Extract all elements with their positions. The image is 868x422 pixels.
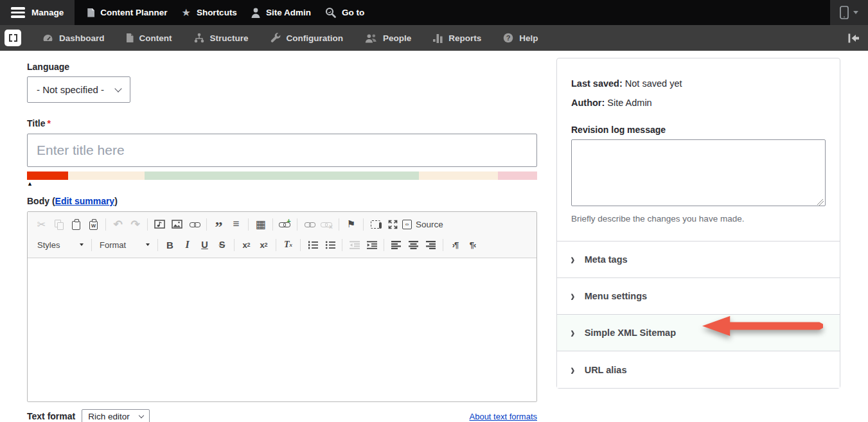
undo-icon[interactable]: ↶ bbox=[110, 216, 126, 233]
remove-format-icon[interactable]: Tx bbox=[280, 237, 296, 253]
align-left-icon[interactable] bbox=[388, 237, 404, 253]
table-icon[interactable]: ▦ bbox=[252, 216, 269, 233]
menu-item-content[interactable]: Content bbox=[127, 33, 172, 43]
editor-toolbar-row-1: ✂ W ↶ ↷ ” ≡ ▦ bbox=[31, 214, 533, 234]
menu-item-configuration[interactable]: Configuration bbox=[270, 33, 343, 43]
chevron-right-icon: › bbox=[571, 362, 575, 377]
body-label: Body (Edit summary) bbox=[27, 196, 537, 206]
about-text-formats-link[interactable]: About text formats bbox=[470, 412, 538, 421]
revision-log-wrapper bbox=[571, 139, 826, 209]
superscript-icon[interactable]: x2 bbox=[256, 237, 272, 253]
accordion-title: Menu settings bbox=[585, 291, 647, 301]
unlink-icon[interactable]: × bbox=[319, 216, 335, 233]
accordion-menu-settings[interactable]: › Menu settings bbox=[557, 278, 840, 315]
toolbar-item-go-to[interactable]: Go to bbox=[318, 0, 371, 25]
menu-item-dashboard[interactable]: Dashboard bbox=[42, 33, 105, 43]
bidi-ltr-icon[interactable]: ›¶ bbox=[447, 237, 463, 253]
paste-from-word-icon[interactable]: W bbox=[85, 216, 102, 233]
toolbar-item-shortcuts[interactable]: ★ Shortcuts bbox=[175, 0, 244, 25]
revision-log-label: Revision log message bbox=[571, 125, 826, 135]
search-icon bbox=[325, 7, 336, 18]
menu-item-help[interactable]: ? Help bbox=[503, 33, 538, 43]
accordion-title: Meta tags bbox=[585, 254, 628, 265]
collapse-left-icon bbox=[847, 33, 860, 43]
redo-icon[interactable]: ↷ bbox=[127, 216, 143, 233]
maximize-icon[interactable] bbox=[385, 216, 401, 233]
blockquote-icon[interactable]: ” bbox=[211, 220, 227, 236]
bold-icon[interactable]: B bbox=[162, 237, 178, 253]
link-alt-icon[interactable] bbox=[301, 216, 317, 233]
bidi-rtl-icon[interactable]: ¶‹ bbox=[465, 237, 481, 253]
hamburger-icon bbox=[11, 7, 25, 18]
people-icon bbox=[365, 33, 377, 43]
menu-item-label: People bbox=[383, 33, 411, 43]
seo-segment-cream bbox=[419, 171, 498, 180]
show-blocks-icon[interactable] bbox=[368, 216, 384, 233]
accordion-meta-tags[interactable]: › Meta tags bbox=[557, 242, 840, 278]
align-right-icon[interactable] bbox=[423, 237, 439, 253]
accordion-title: URL alias bbox=[585, 365, 627, 375]
accordion-title: Simple XML Sitemap bbox=[585, 328, 676, 338]
styles-dropdown[interactable]: Styles bbox=[33, 238, 88, 252]
image-icon[interactable] bbox=[169, 216, 185, 233]
back-to-site-button[interactable] bbox=[4, 30, 21, 46]
revision-information-card: Last saved: Not saved yet Author: Site A… bbox=[557, 58, 840, 242]
red-arrow-annotation bbox=[702, 316, 823, 336]
outdent-icon[interactable] bbox=[346, 237, 362, 253]
menu-item-reports[interactable]: Reports bbox=[433, 33, 481, 43]
seo-analysis-bar bbox=[27, 171, 537, 180]
media-embed-icon[interactable] bbox=[152, 216, 168, 233]
menu-item-label: Configuration bbox=[287, 33, 343, 43]
title-input[interactable] bbox=[27, 134, 537, 167]
accordion-url-alias[interactable]: › URL alias bbox=[557, 351, 840, 388]
text-format-select[interactable]: Rich editor bbox=[82, 409, 150, 422]
language-select[interactable]: - Not specified - bbox=[27, 76, 130, 103]
copy-icon[interactable] bbox=[51, 216, 67, 233]
seo-segment-pink bbox=[498, 171, 537, 180]
div-container-icon[interactable]: ≡ bbox=[228, 216, 244, 233]
editor-content-area[interactable] bbox=[28, 258, 536, 401]
gauge-icon bbox=[42, 33, 53, 43]
cut-icon[interactable]: ✂ bbox=[33, 216, 49, 233]
required-marker: * bbox=[48, 118, 51, 128]
menu-item-structure[interactable]: Structure bbox=[194, 33, 249, 43]
menu-item-people[interactable]: People bbox=[365, 33, 411, 43]
svg-text:?: ? bbox=[506, 34, 511, 42]
seo-position-marker: ▲ bbox=[27, 181, 537, 187]
revision-log-textarea[interactable] bbox=[571, 139, 826, 206]
bar-chart-icon bbox=[433, 33, 443, 43]
toolbar-items: Content Planner ★ Shortcuts Site Admin G… bbox=[80, 0, 371, 25]
document-icon bbox=[127, 33, 134, 42]
menu-item-label: Structure bbox=[210, 33, 249, 43]
bulleted-list-icon[interactable] bbox=[322, 237, 338, 253]
toolbar-item-label: Go to bbox=[342, 8, 364, 17]
strikethrough-icon[interactable]: S bbox=[214, 237, 230, 253]
toolbar-item-content-planner[interactable]: Content Planner bbox=[80, 0, 174, 25]
align-center-icon[interactable] bbox=[405, 237, 421, 253]
editor-toolbar-row-2: Styles Format B I U S x2 x2 Tx bbox=[31, 234, 533, 255]
focus-brackets-icon bbox=[9, 34, 12, 42]
add-link-icon[interactable]: + bbox=[277, 216, 293, 233]
paste-icon[interactable] bbox=[68, 216, 84, 233]
chevron-right-icon: › bbox=[571, 252, 575, 267]
italic-icon[interactable]: I bbox=[179, 237, 195, 253]
indent-icon[interactable] bbox=[364, 237, 380, 253]
format-dropdown[interactable]: Format bbox=[95, 238, 154, 252]
title-label: Title* bbox=[27, 118, 537, 128]
help-icon: ? bbox=[503, 33, 513, 43]
edit-summary-link[interactable]: Edit summary bbox=[55, 196, 115, 206]
subscript-icon[interactable]: x2 bbox=[238, 237, 254, 253]
source-button[interactable]: ‹› Source bbox=[402, 216, 443, 233]
underline-icon[interactable]: U bbox=[197, 237, 213, 253]
collapse-toolbar-button[interactable] bbox=[847, 33, 860, 43]
chevron-right-icon: › bbox=[571, 289, 575, 304]
numbered-list-icon[interactable] bbox=[305, 237, 321, 253]
anchor-flag-icon[interactable]: ⚑ bbox=[343, 216, 359, 233]
responsive-preview-button[interactable] bbox=[830, 0, 868, 25]
text-format-row: Text format Rich editor About text forma… bbox=[27, 409, 537, 422]
link-icon[interactable] bbox=[186, 216, 202, 233]
document-icon bbox=[87, 8, 94, 17]
text-format-value: Rich editor bbox=[88, 412, 130, 421]
toolbar-item-site-admin[interactable]: Site Admin bbox=[244, 0, 318, 25]
toolbar-item-manage[interactable]: Manage bbox=[0, 0, 75, 25]
